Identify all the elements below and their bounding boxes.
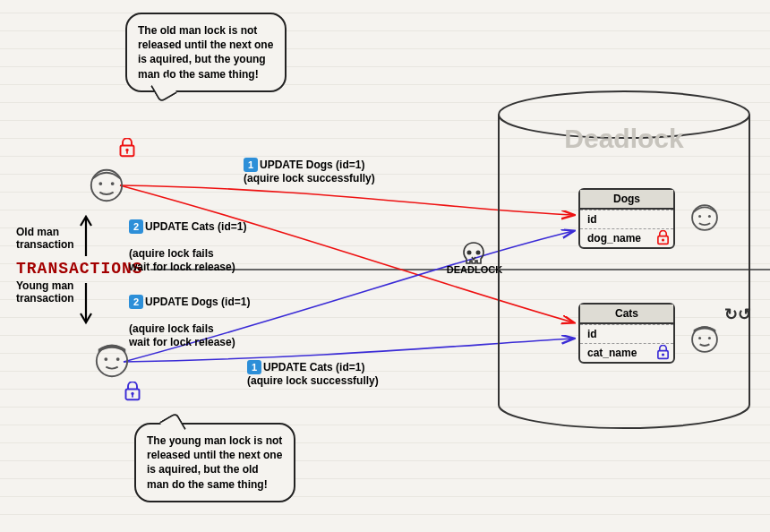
speech-bubble-old-man: The old man lock is not released until t… (125, 13, 287, 92)
table-row: id (580, 210, 673, 228)
svg-point-13 (476, 251, 481, 255)
svg-point-24 (708, 337, 711, 339)
table-header: Cats (580, 305, 673, 324)
table-row: cat_name (580, 343, 673, 362)
query-youngman-1: 1UPDATE Cats (id=1) (aquire lock success… (247, 360, 379, 388)
badge-1-icon: 1 (247, 360, 261, 374)
old-man-face-icon (88, 167, 125, 204)
svg-point-7 (104, 357, 107, 361)
svg-point-12 (467, 251, 472, 255)
svg-point-8 (116, 357, 120, 361)
badge-2-icon: 2 (129, 219, 143, 234)
lock-icon-purple (124, 382, 141, 401)
query-youngman-2: 2UPDATE Dogs (id=1) (aquire lock fails w… (129, 281, 250, 349)
query-oldman-1: 1UPDATE Dogs (id=1) (aquire lock success… (244, 158, 375, 185)
table-row: dog_name (580, 228, 673, 247)
lock-icon-red (118, 138, 136, 158)
svg-point-5 (111, 182, 115, 185)
transactions-title: TRANSACTIONS (16, 260, 143, 278)
svg-point-17 (692, 205, 717, 230)
table-header: Dogs (580, 190, 673, 210)
svg-point-18 (698, 215, 701, 218)
young-man-face-icon (93, 342, 131, 380)
svg-point-19 (708, 215, 711, 218)
young-man-transaction-label: Young man transaction (16, 279, 74, 305)
speech-text-old: The old man lock is not released until t… (138, 24, 273, 81)
old-man-transaction-label: Old man transaction (16, 226, 74, 252)
svg-point-23 (698, 337, 701, 339)
deadlock-cylinder-label: Deadlock (494, 124, 754, 154)
speech-bubble-young-man: The young man lock is not released until… (134, 423, 295, 502)
badge-1-icon: 1 (244, 158, 258, 172)
table-cats: Cats id cat_name (578, 303, 675, 364)
database-cylinder: Deadlock (494, 90, 754, 430)
svg-point-3 (91, 170, 122, 201)
svg-point-16 (662, 238, 664, 241)
svg-point-21 (662, 353, 664, 356)
table-dogs: Dogs id dog_name (578, 188, 675, 249)
svg-rect-2 (126, 150, 128, 153)
query-oldman-2: 2UPDATE Cats (id=1) (aquire lock fails w… (129, 206, 246, 274)
svg-point-4 (98, 182, 102, 185)
speech-text-young: The young man lock is not released until… (147, 434, 282, 491)
table-row: id (580, 324, 673, 343)
lock-icon-purple-small (656, 345, 670, 363)
badge-2-icon: 2 (129, 295, 143, 309)
young-man-face-icon-small (689, 324, 720, 355)
old-man-face-icon-small (689, 202, 720, 233)
refresh-icon: ↻↺ (724, 305, 749, 324)
lock-icon-red-small (656, 230, 670, 248)
svg-rect-11 (132, 394, 133, 397)
